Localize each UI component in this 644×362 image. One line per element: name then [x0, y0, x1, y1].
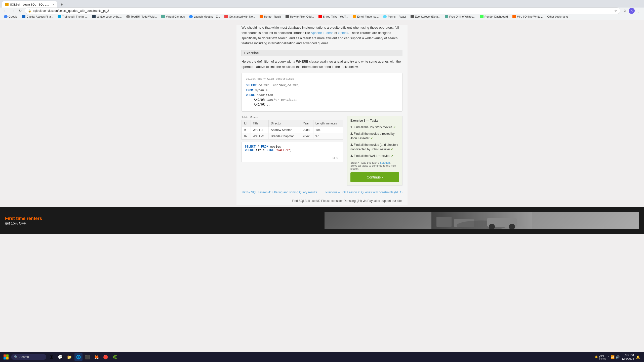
bookmark-google[interactable]: Google	[2, 14, 19, 19]
donate-link[interactable]: Donating ($4) via Paypal	[344, 199, 377, 203]
taskbar-explorer-button[interactable]: 📁	[65, 353, 73, 359]
bookmark-label: Home - Replit	[264, 15, 281, 18]
chevron-up-icon[interactable]: ^	[608, 355, 610, 359]
weather-info: 29°F Sunny	[599, 354, 606, 360]
taskbar-terminal-button[interactable]: ⬛	[84, 353, 92, 359]
nav-next: Next – SQL Lesson 4: Filtering and sorti…	[242, 191, 317, 194]
new-tab-button[interactable]: +	[58, 1, 65, 8]
apache-lucene-link[interactable]: Apache Lucene	[311, 31, 333, 35]
ad-subtitle: get 15% OFF.	[5, 221, 319, 225]
code-line-1: SELECT column, another_column, …	[246, 83, 398, 88]
profile-button[interactable]: A	[628, 8, 635, 14]
bookmark-favicon	[353, 15, 356, 18]
bookmark-emoji[interactable]: Emoji Finder se...	[351, 14, 381, 19]
tab-close-button[interactable]: ✕	[52, 3, 54, 6]
address-bar[interactable]: 🔒 sqlbolt.com/lesson/select_queries_with…	[25, 8, 620, 14]
bookmark-favicon	[92, 15, 96, 18]
bookmark-favicon	[4, 15, 8, 18]
bookmark-shred[interactable]: Shred Talks - YouT...	[316, 14, 350, 19]
taskbar-chat-button[interactable]: 💬	[56, 353, 64, 359]
nav-bar: ← → ↻ 🔒 sqlbolt.com/lesson/select_querie…	[0, 8, 644, 14]
bookmark-zoom[interactable]: Launch Meeting - Z...	[187, 14, 222, 19]
task-text: Find all the Toy Story movies	[354, 125, 393, 129]
volume-icon[interactable]: 🔊	[616, 355, 620, 359]
date-display: 12/6/2024	[622, 357, 634, 359]
taskbar-app-6[interactable]: 🔴	[102, 353, 110, 359]
next-lesson-link[interactable]: Next – SQL Lesson 4: Filtering and sorti…	[242, 191, 317, 194]
bookmark-forms-react[interactable]: Forms – React	[381, 14, 408, 19]
forward-button[interactable]: →	[10, 8, 16, 14]
tab-favicon	[5, 3, 9, 6]
bookmark-ne[interactable]: Get started with Ne...	[222, 14, 257, 19]
table-section: Table: Movies Id Title Director Year Len…	[242, 116, 403, 186]
bookmark-trailhead[interactable]: Trailhead | The fun...	[56, 14, 90, 19]
taskbar-app-5[interactable]: 🦊	[93, 353, 101, 359]
cell-id: 87	[242, 133, 251, 140]
bookmark-favicon	[318, 15, 322, 18]
start-button[interactable]	[2, 353, 10, 359]
bookmark-favicon	[411, 15, 414, 18]
bookmark-replit[interactable]: Home - Replit	[258, 14, 283, 19]
bookmark-seattle[interactable]: seattle-code-pytho...	[90, 14, 124, 19]
bookmark-label: Render Dashboard	[485, 15, 508, 18]
bookmark-capital[interactable]: Capital Access Fina...	[20, 14, 55, 19]
menu-button[interactable]: ⋮	[635, 8, 642, 14]
solution-link[interactable]: Solution	[380, 161, 390, 164]
donate-suffix: to support our site.	[378, 199, 403, 203]
continue-button[interactable]: Continue ›	[350, 172, 399, 182]
bookmark-other[interactable]: Other bookmarks	[545, 15, 570, 19]
tab-title: SQLBolt - Learn SQL - SQL Less...	[10, 3, 51, 6]
bookmark-label: Forms – React	[388, 15, 406, 18]
ad-banner[interactable]: First time renters get 15% OFF.	[0, 207, 644, 234]
bookmark-filter[interactable]: How to Filter Odd...	[284, 14, 316, 19]
bookmark-favicon	[161, 15, 165, 18]
taskbar-search-button[interactable]: 🔍 Search	[11, 354, 46, 359]
bookmark-favicon	[480, 15, 484, 18]
bookmark-label: Miro | Online White...	[517, 15, 543, 18]
bookmark-label: Free Online Whiteb...	[449, 15, 475, 18]
ad-visual	[325, 212, 639, 229]
task-checkmark: ✓	[391, 154, 393, 158]
sphinx-link[interactable]: Sphinx	[338, 31, 348, 35]
page-container: We should note that while most database …	[236, 25, 408, 205]
cell-title: WALL-G	[251, 133, 269, 140]
cell-year: 2042	[301, 133, 313, 140]
reload-button[interactable]: ↻	[17, 8, 24, 14]
notification-icon[interactable]: 🔔	[636, 355, 640, 359]
code-line-4: AND/OR another_condition	[246, 98, 398, 103]
bookmark-miro[interactable]: Miro | Online White...	[510, 14, 545, 19]
wifi-icon[interactable]: 📶	[611, 355, 615, 359]
sql-line-1: SELECT * FROM movies	[245, 145, 340, 149]
taskbar-clock[interactable]: 5:06 PM 12/6/2024	[622, 353, 634, 359]
code-block-select: Select query with constraints SELECT col…	[242, 73, 403, 112]
prev-lesson-link[interactable]: Previous – SQL Lesson 2: Queries with co…	[326, 191, 403, 194]
taskbar-widgets-button[interactable]: ⊞	[47, 353, 55, 359]
ad-text: First time renters get 15% OFF.	[5, 216, 319, 225]
bookmark-favicon	[260, 15, 263, 18]
table-label: Table: Movies	[242, 116, 343, 119]
cell-id: 9	[242, 127, 251, 133]
browser-tab[interactable]: SQLBolt - Learn SQL - SQL Less... ✕	[2, 1, 57, 8]
back-button[interactable]: ←	[2, 8, 9, 14]
cell-length: 104	[313, 127, 343, 133]
bookmark-favicon	[126, 15, 130, 18]
taskbar-app-7[interactable]: 🌿	[111, 353, 119, 359]
star-icon[interactable]: ☆	[614, 9, 617, 13]
cell-title: WALL-E	[251, 127, 269, 133]
exercise-heading: Exercise	[242, 50, 403, 56]
bookmark-virtual[interactable]: Virtual Campus	[159, 14, 187, 19]
bookmark-todd[interactable]: Todd75 (Todd Wold...	[124, 14, 159, 19]
bookmark-label: Other bookmarks	[547, 15, 568, 18]
bookmark-event[interactable]: Event.preventDefa...	[409, 14, 442, 19]
taskbar-browser-button[interactable]: 🌐	[74, 353, 83, 359]
code-line-3: WHERE condition	[246, 93, 398, 98]
weather-area[interactable]: ☀️ 29°F Sunny	[594, 354, 606, 360]
bookmark-whiteboard[interactable]: Free Online Whiteb...	[443, 14, 477, 19]
table-scroll[interactable]: Id Title Director Year Length_minutes 9 …	[242, 120, 343, 140]
extensions-button[interactable]: ⧉	[621, 8, 628, 14]
reset-button[interactable]: RESET	[333, 157, 341, 160]
sql-editor[interactable]: SELECT * FROM movies WHERE title LIKE "W…	[242, 142, 343, 162]
col-length: Length_minutes	[313, 120, 343, 127]
bookmark-render[interactable]: Render Dashboard	[478, 14, 510, 19]
task-checkmark: ✓	[393, 125, 396, 129]
